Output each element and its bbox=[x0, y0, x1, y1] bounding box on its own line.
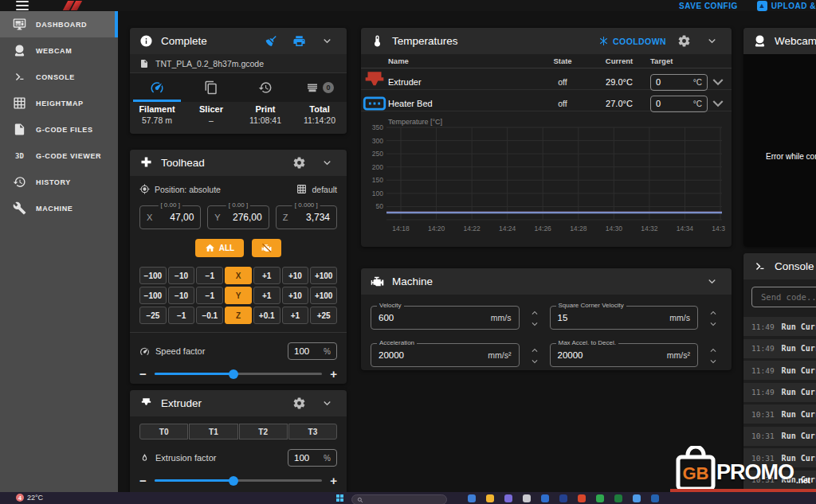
sidebar-item-g-code-files[interactable]: G-CODE FILES bbox=[0, 116, 118, 143]
axis-y-readout[interactable]: [ 0.00 ]Y276,00 bbox=[207, 205, 269, 229]
target-temp-field[interactable] bbox=[656, 99, 677, 108]
console-log-entry[interactable]: 11:49Run Curr bbox=[743, 339, 816, 358]
jog-x-−10-button[interactable]: −10 bbox=[168, 267, 195, 284]
jog-z-−0.1-button[interactable]: −0.1 bbox=[196, 307, 223, 324]
jog-x-+10-button[interactable]: +10 bbox=[282, 267, 309, 284]
jog-z-+1-button[interactable]: +1 bbox=[282, 307, 309, 324]
console-log-entry[interactable]: 10:31Run Curr bbox=[743, 427, 816, 446]
target-preset-dropdown[interactable] bbox=[708, 72, 728, 92]
sidebar-item-g-code-viewer[interactable]: 3DG-CODE VIEWER bbox=[0, 143, 118, 169]
extrusion-increase-button[interactable]: + bbox=[330, 475, 337, 486]
taskbar-app-2[interactable] bbox=[486, 494, 494, 502]
chevron-down-icon[interactable] bbox=[529, 318, 540, 330]
taskbar-app-8[interactable] bbox=[596, 494, 604, 502]
toolhead-settings-button[interactable] bbox=[289, 156, 309, 170]
console-log-entry[interactable]: 11:49Run Curr bbox=[743, 317, 816, 336]
chevron-down-icon[interactable] bbox=[708, 356, 719, 367]
chevron-down-icon[interactable] bbox=[708, 318, 719, 330]
taskbar-app-3[interactable] bbox=[504, 494, 512, 502]
jog-y-+100-button[interactable]: +100 bbox=[310, 287, 337, 304]
console-input[interactable] bbox=[752, 292, 816, 302]
taskbar-app-10[interactable] bbox=[633, 494, 641, 502]
tab-file-details[interactable] bbox=[184, 73, 238, 102]
windows-start-button[interactable] bbox=[336, 494, 343, 502]
jog-z-−25-button[interactable]: −25 bbox=[139, 307, 167, 324]
collapse-status-button[interactable] bbox=[317, 34, 337, 48]
tool-t3-button[interactable]: T3 bbox=[288, 424, 337, 440]
sidebar-item-webcam[interactable]: WEBCAM bbox=[0, 37, 118, 64]
extrusion-factor-input[interactable]: 100 % bbox=[288, 449, 337, 467]
machine-field-velocity[interactable]: Velocity600mm/s bbox=[371, 306, 520, 330]
clean-broom-button[interactable] bbox=[261, 34, 281, 48]
sidebar-item-history[interactable]: HISTORY bbox=[0, 169, 118, 195]
chevron-up-icon[interactable] bbox=[529, 345, 540, 356]
taskbar-search-box[interactable] bbox=[351, 494, 447, 504]
console-log-entry[interactable]: 10:31Run Curr bbox=[743, 404, 816, 424]
jog-y-−100-button[interactable]: −100 bbox=[139, 287, 167, 304]
collapse-temperatures-button[interactable] bbox=[702, 34, 722, 48]
speed-preset-label[interactable]: default bbox=[312, 185, 337, 194]
chevron-up-icon[interactable] bbox=[708, 307, 719, 318]
jog-y-+1-button[interactable]: +1 bbox=[253, 287, 280, 304]
home-all-button[interactable]: ALL bbox=[195, 239, 244, 257]
taskbar-app-6[interactable] bbox=[559, 494, 567, 502]
tab-statistics[interactable] bbox=[130, 73, 184, 102]
cooldown-button[interactable]: COOLDOWN bbox=[598, 36, 666, 46]
extruder-settings-button[interactable] bbox=[289, 397, 309, 410]
weather-widget[interactable]: 4 22°C bbox=[16, 494, 43, 502]
upload-and-print-button[interactable]: ▲ UPLOAD & bbox=[757, 1, 816, 11]
save-config-button[interactable]: SAVE CONFIG bbox=[679, 2, 738, 10]
jog-x-+1-button[interactable]: +1 bbox=[253, 267, 280, 284]
sidebar-item-machine[interactable]: MACHINE bbox=[0, 195, 118, 221]
tool-t0-button[interactable]: T0 bbox=[139, 424, 188, 440]
tab-history[interactable] bbox=[238, 73, 292, 102]
jog-y-−10-button[interactable]: −10 bbox=[168, 287, 195, 304]
jog-y-+10-button[interactable]: +10 bbox=[282, 287, 309, 304]
heater-target-input[interactable]: °C bbox=[650, 96, 708, 112]
chevron-up-icon[interactable] bbox=[529, 307, 540, 318]
sidebar-item-console[interactable]: CONSOLE bbox=[0, 64, 118, 90]
heater-target-input[interactable]: °C bbox=[650, 74, 708, 91]
sidebar-item-dashboard[interactable]: DASHBOARD bbox=[0, 11, 118, 37]
speed-increase-button[interactable]: + bbox=[330, 368, 337, 380]
taskbar-app-5[interactable] bbox=[541, 494, 549, 502]
machine-field-square-corner-velocity[interactable]: Square Corner Velocity15mm/s bbox=[550, 306, 699, 330]
app-logo[interactable] bbox=[65, 1, 80, 10]
temperatures-settings-button[interactable] bbox=[674, 34, 694, 48]
taskbar-app-9[interactable] bbox=[614, 494, 622, 502]
jog-axis-y-button[interactable]: Y bbox=[225, 287, 252, 304]
speed-factor-slider[interactable] bbox=[155, 373, 322, 375]
reprint-button[interactable] bbox=[289, 34, 309, 48]
target-preset-dropdown[interactable] bbox=[708, 93, 728, 114]
jog-y-−1-button[interactable]: −1 bbox=[196, 287, 223, 304]
collapse-extruder-button[interactable] bbox=[317, 397, 337, 410]
extrusion-decrease-button[interactable]: − bbox=[139, 475, 147, 486]
console-log-entry[interactable]: 11:49Run Curr bbox=[743, 383, 816, 402]
menu-icon[interactable] bbox=[16, 1, 29, 10]
jog-z-+0.1-button[interactable]: +0.1 bbox=[253, 307, 280, 324]
axis-z-readout[interactable]: [ 0.000 ]Z3,734 bbox=[276, 205, 337, 229]
extrusion-factor-slider[interactable] bbox=[155, 479, 322, 482]
collapse-toolhead-button[interactable] bbox=[317, 156, 337, 170]
machine-field-max-accel-to-decel-[interactable]: Max Accel. to Decel.20000mm/s² bbox=[550, 343, 699, 367]
jog-axis-x-button[interactable]: X bbox=[225, 267, 252, 284]
machine-field-acceleration[interactable]: Acceleration20000mm/s² bbox=[371, 343, 520, 367]
jog-z-+25-button[interactable]: +25 bbox=[310, 307, 337, 324]
taskbar-app-11[interactable] bbox=[651, 494, 659, 502]
jog-x-+100-button[interactable]: +100 bbox=[310, 267, 337, 284]
axis-x-readout[interactable]: [ 0.00 ]X47,00 bbox=[139, 205, 201, 229]
sidebar-item-heightmap[interactable]: HEIGHTMAP bbox=[0, 90, 118, 116]
console-log-entry[interactable]: 11:49Run Curr bbox=[743, 361, 816, 380]
jog-z-−1-button[interactable]: −1 bbox=[168, 307, 195, 324]
tool-t1-button[interactable]: T1 bbox=[189, 424, 237, 440]
taskbar-app-1[interactable] bbox=[468, 494, 476, 502]
speed-decrease-button[interactable]: − bbox=[139, 368, 147, 380]
motors-off-button[interactable] bbox=[252, 239, 281, 257]
jog-axis-z-button[interactable]: Z bbox=[225, 307, 252, 324]
jog-x-−100-button[interactable]: −100 bbox=[139, 267, 167, 284]
taskbar-app-7[interactable] bbox=[578, 494, 586, 502]
taskbar-app-4[interactable] bbox=[523, 494, 531, 502]
target-temp-field[interactable] bbox=[656, 77, 677, 87]
collapse-machine-button[interactable] bbox=[702, 275, 722, 288]
speed-factor-input[interactable]: 100 % bbox=[288, 342, 337, 360]
